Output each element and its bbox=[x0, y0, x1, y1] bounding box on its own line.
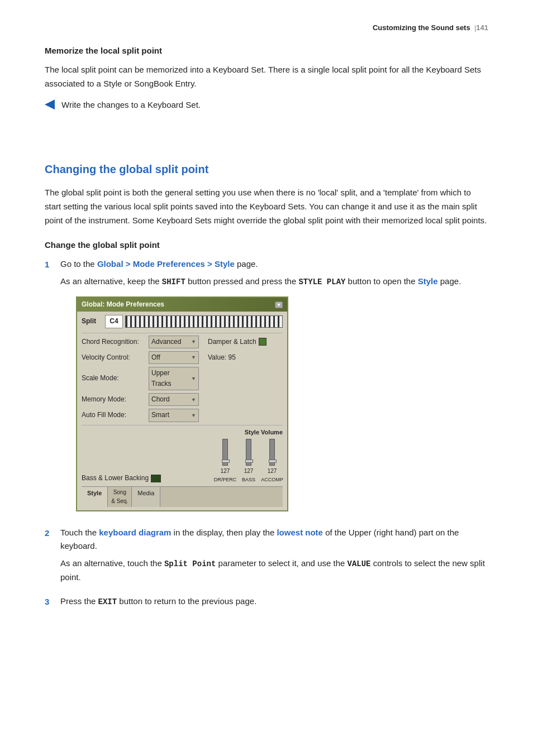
step-1-content: Go to the Global > Mode Preferences > St… bbox=[60, 257, 488, 519]
ui-bass-label: Bass & Lower Backing bbox=[82, 473, 149, 484]
step-3-content: Press the EXIT button to return to the p… bbox=[60, 595, 488, 612]
step-1: 1 Go to the Global > Mode Preferences > … bbox=[45, 257, 488, 519]
ui-velocity-label: Velocity Control: bbox=[82, 352, 149, 363]
ui-autofill-label: Auto Fill Mode: bbox=[82, 410, 149, 420]
ui-chord-arrow: ▼ bbox=[191, 338, 196, 346]
ui-slider-accomp-value: 127 bbox=[268, 467, 277, 476]
ui-body: Split C4 Chord Recognition: Advanced ▼ bbox=[77, 312, 287, 510]
section-memorize: Memorize the local split point The local… bbox=[45, 44, 488, 112]
ui-row-memory: Memory Mode: Chord ▼ bbox=[82, 393, 283, 406]
section2-body: The global split point is both the gener… bbox=[45, 186, 488, 227]
ui-slider-accomp: 127 ACCOMP bbox=[261, 439, 283, 484]
ui-slider-bass-handle bbox=[245, 460, 253, 463]
section1-title: Memorize the local split point bbox=[45, 44, 488, 58]
ui-titlebar: Global: Mode Preferences ▼ bbox=[77, 298, 287, 312]
link-keyboard-diagram: keyboard diagram bbox=[99, 528, 171, 537]
bullet-text: Write the changes to a Keyboard Set. bbox=[61, 98, 201, 112]
ui-velocity-select[interactable]: Off ▼ bbox=[149, 351, 199, 364]
ui-slider-drperc: 127 DR/PERC bbox=[215, 439, 236, 484]
section1-body: The local split point can be memorized i… bbox=[45, 63, 488, 91]
ui-autofill-value: Smart bbox=[151, 410, 169, 420]
ui-screenshot: Global: Mode Preferences ▼ Split C4 bbox=[76, 296, 288, 511]
inline-value: VALUE bbox=[348, 559, 371, 568]
bullet-item: Write the changes to a Keyboard Set. bbox=[45, 98, 488, 112]
ui-slider-accomp-track[interactable] bbox=[269, 439, 275, 466]
ui-bass-backing: Bass & Lower Backing bbox=[82, 473, 215, 484]
step-2-content: Touch the keyboard diagram in the displa… bbox=[60, 526, 488, 588]
chapter-title: Customizing the Sound sets bbox=[373, 23, 470, 32]
ui-memory-select[interactable]: Chord ▼ bbox=[149, 393, 199, 406]
ui-autofill-select[interactable]: Smart ▼ bbox=[149, 409, 199, 422]
ui-row-autofill: Auto Fill Mode: Smart ▼ bbox=[82, 409, 283, 422]
step-2-text2: As an alternative, touch the Split Point… bbox=[60, 557, 488, 585]
ui-scale-select[interactable]: Upper Tracks ▼ bbox=[149, 367, 199, 390]
ui-value-text: Value: 95 bbox=[208, 352, 236, 363]
ui-damper-latch: Damper & Latch bbox=[208, 337, 266, 347]
ui-velocity-arrow: ▼ bbox=[191, 353, 196, 361]
ui-close-btn[interactable]: ▼ bbox=[275, 302, 283, 308]
step-2-text1: Touch the keyboard diagram in the displa… bbox=[60, 526, 488, 554]
ui-slider-bass-track[interactable] bbox=[246, 439, 251, 466]
ui-bass-row: Bass & Lower Backing bbox=[82, 473, 215, 484]
ui-damper-label: Damper & Latch bbox=[208, 337, 256, 347]
ui-divider1 bbox=[82, 333, 283, 333]
ui-bottom-row: Bass & Lower Backing Style Volume bbox=[82, 428, 283, 484]
ui-chord-label: Chord Recognition: bbox=[82, 337, 149, 347]
page-header: Customizing the Sound sets |141 bbox=[45, 22, 488, 34]
bullet-icon bbox=[45, 99, 55, 109]
ui-split-label: Split bbox=[82, 316, 103, 327]
ui-scale-value: Upper Tracks bbox=[151, 368, 191, 389]
ui-divider2 bbox=[82, 425, 283, 425]
step-3: 3 Press the EXIT button to return to the… bbox=[45, 595, 488, 612]
ui-tab-media[interactable]: Media bbox=[132, 487, 160, 507]
ui-style-volume-label: Style Volume bbox=[245, 428, 283, 438]
step-2-number: 2 bbox=[45, 526, 60, 540]
ui-memory-label: Memory Mode: bbox=[82, 394, 149, 405]
ui-row-chord: Chord Recognition: Advanced ▼ Damper & L… bbox=[82, 336, 283, 348]
ui-slider-drperc-handle bbox=[222, 460, 230, 463]
link-style-page: Style bbox=[418, 276, 438, 286]
ui-row-velocity: Velocity Control: Off ▼ Value: 95 bbox=[82, 351, 283, 364]
step-1-text2: As an alternative, keep the SHIFT button… bbox=[60, 275, 488, 289]
section-global-split: Changing the global split point The glob… bbox=[45, 160, 488, 612]
link-lowest-note: lowest note bbox=[277, 528, 323, 537]
ui-memory-value: Chord bbox=[151, 394, 170, 405]
ui-slider-accomp-handle bbox=[269, 460, 277, 463]
ui-piano-bar[interactable] bbox=[125, 315, 283, 328]
ui-velocity-value: Off bbox=[151, 352, 160, 363]
ui-split-value[interactable]: C4 bbox=[105, 315, 123, 328]
ui-chord-select[interactable]: Advanced ▼ bbox=[149, 336, 199, 348]
link-global-mode-prefs: Global > Mode Preferences > Style bbox=[97, 259, 235, 269]
ui-split-row: Split C4 bbox=[82, 315, 283, 328]
ui-memory-arrow: ▼ bbox=[191, 396, 196, 404]
ui-slider-bass-label: BASS bbox=[242, 476, 255, 484]
ui-tab-style[interactable]: Style bbox=[82, 487, 108, 507]
change-global-title: Change the global split point bbox=[45, 238, 488, 252]
step-1-number: 1 bbox=[45, 257, 60, 271]
ui-slider-drperc-value: 127 bbox=[221, 467, 230, 476]
step-3-number: 3 bbox=[45, 595, 60, 609]
ui-value-95: Value: 95 bbox=[208, 352, 236, 363]
ui-tab-song-seq[interactable]: Song& Seq. bbox=[108, 487, 132, 507]
ui-tabs: Style Song& Seq. Media bbox=[82, 486, 283, 507]
ui-slider-bass: 127 BASS bbox=[238, 439, 259, 484]
step-3-text: Press the EXIT button to return to the p… bbox=[60, 595, 488, 609]
step-1-text1: Go to the Global > Mode Preferences > St… bbox=[60, 257, 488, 271]
inline-exit: EXIT bbox=[98, 597, 117, 606]
inline-split-point: Split Point bbox=[164, 559, 216, 568]
ui-scale-label: Scale Mode: bbox=[82, 373, 149, 384]
step-2: 2 Touch the keyboard diagram in the disp… bbox=[45, 526, 488, 588]
ui-slider-drperc-track[interactable] bbox=[222, 439, 228, 466]
ui-slider-bass-value: 127 bbox=[244, 467, 254, 476]
ui-damper-checkbox[interactable] bbox=[259, 338, 266, 346]
ui-bass-checkbox[interactable] bbox=[151, 475, 161, 482]
ui-scale-arrow: ▼ bbox=[191, 375, 196, 382]
ui-slider-drperc-label: DR/PERC bbox=[214, 476, 237, 484]
page: Customizing the Sound sets |141 Memorize… bbox=[0, 0, 533, 652]
ui-titlebar-text: Global: Mode Preferences bbox=[82, 299, 164, 310]
ui-slider-accomp-label: ACCOMP bbox=[261, 476, 283, 484]
ui-autofill-arrow: ▼ bbox=[191, 412, 196, 419]
ui-sliders: 127 DR/PERC 127 BASS bbox=[215, 439, 283, 484]
ui-style-volume: Style Volume 127 DR/PERC bbox=[215, 428, 283, 484]
ui-chord-value: Advanced bbox=[151, 337, 181, 347]
